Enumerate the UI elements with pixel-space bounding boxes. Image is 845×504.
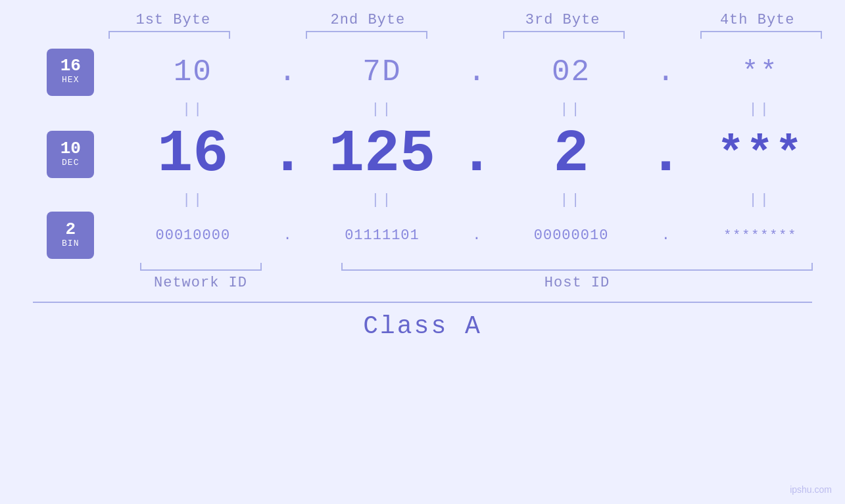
bin-byte2-cell: 01111101 <box>297 227 467 244</box>
eq2-b3: || <box>486 192 656 208</box>
byte3-header: 3rd Byte <box>475 12 650 28</box>
dec-byte4-value: *** <box>717 129 804 181</box>
bin-byte3-value: 00000010 <box>534 227 609 244</box>
hex-byte4-value: ** <box>742 57 779 88</box>
eq1-b1: || <box>109 101 278 118</box>
host-bracket-line <box>341 263 813 271</box>
dec-byte2-cell: 125 <box>297 121 467 188</box>
watermark: ipshu.com <box>790 484 832 495</box>
bracket-byte3 <box>475 31 653 39</box>
dec-byte1-value: 16 <box>157 121 228 188</box>
eq2-b2: || <box>297 192 467 208</box>
top-bracket-row <box>0 31 845 39</box>
hex-byte2-value: 7D <box>362 55 401 89</box>
class-label: Class A <box>33 312 812 340</box>
bin-byte1-value: 00010000 <box>156 227 231 244</box>
network-bracket-line <box>140 263 262 271</box>
dec-badge-number: 10 <box>60 140 81 157</box>
hex-byte4-cell: ** <box>675 57 845 88</box>
network-id-label: Network ID <box>154 275 247 291</box>
dec-badge-label: DEC <box>62 157 79 169</box>
dec-byte2-value: 125 <box>329 121 435 188</box>
host-id-label: Host ID <box>544 275 610 291</box>
hex-dot1: . <box>278 55 297 89</box>
dec-dot2: . <box>467 121 487 188</box>
eq1-b4: || <box>675 101 845 118</box>
bin-byte1-cell: 00010000 <box>109 227 278 244</box>
bracket-line-byte4 <box>700 31 822 39</box>
eq2-b1: || <box>109 192 278 208</box>
dec-badge: 10 DEC <box>47 131 94 178</box>
hex-byte1-cell: 10 <box>109 55 278 89</box>
bin-badge-label: BIN <box>62 238 79 250</box>
eq1-b2: || <box>297 101 467 118</box>
bin-byte3-cell: 00000010 <box>487 227 656 244</box>
hex-byte2-cell: 7D <box>297 55 467 89</box>
bin-byte4-cell: ******** <box>675 228 845 243</box>
hex-badge: 16 HEX <box>47 49 94 96</box>
hex-byte3-cell: 02 <box>487 55 656 89</box>
byte2-header: 2nd Byte <box>280 12 456 28</box>
bin-badge: 2 BIN <box>47 212 94 259</box>
byte-headers-row: 1st Byte 2nd Byte 3rd Byte 4th Byte <box>0 0 845 28</box>
footer-line <box>33 302 812 303</box>
dec-byte3-cell: 2 <box>487 121 656 188</box>
bracket-byte4 <box>673 31 846 39</box>
hex-badge-number: 16 <box>60 57 81 74</box>
hex-badge-label: HEX <box>62 74 79 86</box>
bracket-byte1 <box>81 31 258 39</box>
byte1-header: 1st Byte <box>85 12 261 28</box>
bracket-line-byte2 <box>306 31 427 39</box>
dec-byte4-cell: *** <box>675 129 845 181</box>
hex-byte1-value: 10 <box>174 55 212 89</box>
byte4-header: 4th Byte <box>669 12 845 28</box>
dec-dot3: . <box>656 121 675 188</box>
bin-dot2: . <box>467 227 487 244</box>
bin-dot1: . <box>278 227 297 244</box>
hex-dot3: . <box>656 55 675 89</box>
hex-dot2: . <box>467 55 487 89</box>
bin-dot3: . <box>656 227 675 244</box>
dec-dot1: . <box>278 121 297 188</box>
hex-byte3-value: 02 <box>552 55 591 89</box>
bracket-byte2 <box>278 31 456 39</box>
bin-byte4-value: ******** <box>723 228 797 243</box>
bin-badge-number: 2 <box>65 221 76 238</box>
eq1-b3: || <box>486 101 656 118</box>
bracket-line-byte1 <box>109 31 230 39</box>
dec-byte3-value: 2 <box>554 121 589 188</box>
bracket-line-byte3 <box>503 31 625 39</box>
main-container: 1st Byte 2nd Byte 3rd Byte 4th Byte <box>0 0 845 504</box>
bin-byte2-value: 01111101 <box>345 227 420 244</box>
eq2-b4: || <box>675 192 845 208</box>
dec-byte1-cell: 16 <box>109 121 278 188</box>
